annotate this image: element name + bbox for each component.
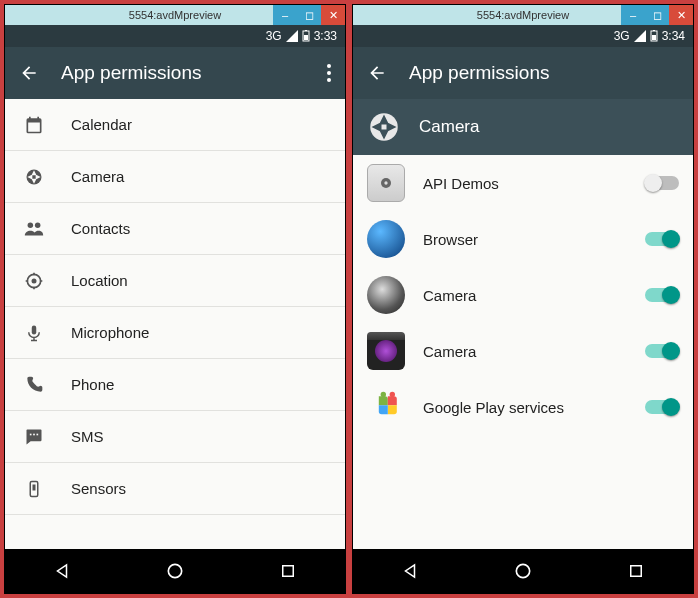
app-bar: App permissions xyxy=(5,47,345,99)
app-row-play-services[interactable]: Google Play services xyxy=(353,379,693,435)
toggle-switch[interactable] xyxy=(645,176,679,190)
toggle-switch[interactable] xyxy=(645,344,679,358)
sms-icon xyxy=(23,427,45,447)
svg-point-23 xyxy=(390,392,395,397)
svg-point-21 xyxy=(384,181,387,184)
status-icons: 3G 3:34 xyxy=(614,29,685,43)
back-arrow-icon[interactable] xyxy=(19,63,39,83)
window-maximize-button[interactable]: ◻ xyxy=(645,5,669,25)
permission-row-location[interactable]: Location xyxy=(5,255,345,307)
permission-label: Camera xyxy=(71,168,124,185)
permission-row-contacts[interactable]: Contacts xyxy=(5,203,345,255)
sub-header-label: Camera xyxy=(419,117,479,137)
svg-rect-2 xyxy=(305,30,307,31)
app-row-camera-1[interactable]: Camera xyxy=(353,267,693,323)
status-bar: 3G 3:34 xyxy=(353,25,693,47)
app-row-api-demos[interactable]: API Demos xyxy=(353,155,693,211)
camera-aperture-icon xyxy=(23,167,45,187)
camera-app-icon xyxy=(367,332,405,370)
nav-home-button[interactable] xyxy=(512,560,534,582)
nav-recent-button[interactable] xyxy=(625,560,647,582)
svg-rect-11 xyxy=(37,433,39,435)
svg-point-22 xyxy=(381,392,386,397)
status-icons: 3G 3:33 xyxy=(266,29,337,43)
permission-label: Contacts xyxy=(71,220,130,237)
svg-point-5 xyxy=(35,222,40,228)
play-services-icon xyxy=(367,388,405,426)
nav-recent-button[interactable] xyxy=(277,560,299,582)
page-title: App permissions xyxy=(409,62,679,84)
nav-back-button[interactable] xyxy=(51,560,73,582)
svg-rect-10 xyxy=(33,433,35,435)
apps-list: API Demos Browser Camera Camera xyxy=(353,155,693,549)
clock-label: 3:33 xyxy=(314,29,337,43)
nav-back-button[interactable] xyxy=(399,560,421,582)
toggle-switch[interactable] xyxy=(645,400,679,414)
back-arrow-icon[interactable] xyxy=(367,63,387,83)
permission-label: Sensors xyxy=(71,480,126,497)
lens-icon xyxy=(367,276,405,314)
device-right: 5554:avdMpreview – ◻ ✕ 3G 3:34 App permi… xyxy=(352,4,694,594)
signal-icon xyxy=(286,30,298,42)
window-close-button[interactable]: ✕ xyxy=(669,5,693,25)
phone-icon xyxy=(23,375,45,395)
nav-home-button[interactable] xyxy=(164,560,186,582)
location-icon xyxy=(23,271,45,291)
window-controls: – ◻ ✕ xyxy=(621,5,693,25)
window-close-button[interactable]: ✕ xyxy=(321,5,345,25)
calendar-icon xyxy=(23,115,45,135)
clock-label: 3:34 xyxy=(662,29,685,43)
app-row-camera-2[interactable]: Camera xyxy=(353,323,693,379)
svg-rect-13 xyxy=(33,484,36,490)
permission-label: Location xyxy=(71,272,128,289)
permission-label: Calendar xyxy=(71,116,132,133)
app-bar: App permissions xyxy=(353,47,693,99)
signal-icon xyxy=(634,30,646,42)
app-label: API Demos xyxy=(423,175,627,192)
permissions-list: Calendar Camera Contacts Location Microp… xyxy=(5,99,345,549)
microphone-icon xyxy=(23,323,45,343)
window-maximize-button[interactable]: ◻ xyxy=(297,5,321,25)
window-title: 5554:avdMpreview xyxy=(477,9,569,21)
permission-row-microphone[interactable]: Microphone xyxy=(5,307,345,359)
permission-row-phone[interactable]: Phone xyxy=(5,359,345,411)
permission-row-camera[interactable]: Camera xyxy=(5,151,345,203)
window-titlebar: 5554:avdMpreview – ◻ ✕ xyxy=(5,5,345,25)
folder-gear-icon xyxy=(367,164,405,202)
app-label: Camera xyxy=(423,343,627,360)
svg-point-7 xyxy=(32,278,37,283)
device-left: 5554:avdMpreview – ◻ ✕ 3G 3:33 App permi… xyxy=(4,4,346,594)
page-title: App permissions xyxy=(61,62,305,84)
toggle-switch[interactable] xyxy=(645,232,679,246)
permission-label: Microphone xyxy=(71,324,149,341)
contacts-icon xyxy=(23,219,45,239)
window-title: 5554:avdMpreview xyxy=(129,9,221,21)
overflow-menu-button[interactable] xyxy=(327,64,331,82)
window-controls: – ◻ ✕ xyxy=(273,5,345,25)
window-minimize-button[interactable]: – xyxy=(273,5,297,25)
permission-row-sensors[interactable]: Sensors xyxy=(5,463,345,515)
permission-sub-header: Camera xyxy=(353,99,693,155)
svg-rect-25 xyxy=(631,566,642,577)
window-titlebar: 5554:avdMpreview – ◻ ✕ xyxy=(353,5,693,25)
battery-icon xyxy=(650,30,658,42)
app-row-browser[interactable]: Browser xyxy=(353,211,693,267)
svg-rect-15 xyxy=(283,566,294,577)
battery-icon xyxy=(302,30,310,42)
globe-icon xyxy=(367,220,405,258)
camera-aperture-icon xyxy=(369,112,399,142)
sensors-icon xyxy=(23,479,45,499)
navigation-bar xyxy=(5,549,345,593)
svg-rect-17 xyxy=(652,35,656,40)
status-bar: 3G 3:33 xyxy=(5,25,345,47)
permission-row-sms[interactable]: SMS xyxy=(5,411,345,463)
window-minimize-button[interactable]: – xyxy=(621,5,645,25)
app-label: Browser xyxy=(423,231,627,248)
svg-point-14 xyxy=(168,564,181,577)
toggle-switch[interactable] xyxy=(645,288,679,302)
svg-point-4 xyxy=(28,222,33,228)
permission-row-calendar[interactable]: Calendar xyxy=(5,99,345,151)
svg-rect-9 xyxy=(30,433,32,435)
navigation-bar xyxy=(353,549,693,593)
permission-label: Phone xyxy=(71,376,114,393)
